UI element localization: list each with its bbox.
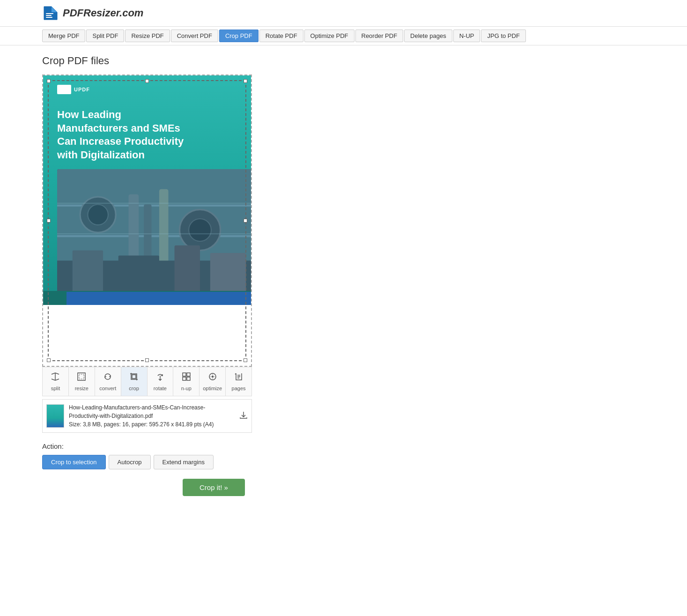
pdf-logo-bar: UPDF <box>57 85 237 94</box>
svg-rect-28 <box>187 377 190 380</box>
file-thumbnail <box>46 404 64 428</box>
svg-rect-19 <box>210 253 246 291</box>
pdf-machinery-image <box>57 169 251 291</box>
toolbar-optimize-label: optimize <box>203 386 222 391</box>
action-extend-margins[interactable]: Extend margins <box>154 455 214 469</box>
toolbar: split resize convert crop rotate <box>42 367 252 396</box>
svg-rect-7 <box>57 235 251 237</box>
nav-item-rotate[interactable]: Rotate PDF <box>259 30 303 42</box>
split-icon <box>51 372 60 384</box>
pdf-image-area <box>57 169 251 291</box>
file-details: How-Leading-Manufacturers-and-SMEs-Can-I… <box>69 403 235 429</box>
svg-rect-12 <box>129 194 139 266</box>
submit-crop-button[interactable]: Crop it! » <box>183 479 245 496</box>
toolbar-crop-label: crop <box>129 386 139 391</box>
toolbar-convert-label: convert <box>99 386 116 391</box>
svg-rect-26 <box>187 373 190 376</box>
svg-rect-21 <box>57 234 251 234</box>
nav-item-jpg2pdf[interactable]: JPG to PDF <box>481 30 525 42</box>
pdf-title: How Leading Manufacturers and SMEs Can I… <box>57 108 237 162</box>
file-download-icon[interactable] <box>239 411 248 421</box>
nav-item-nup[interactable]: N-UP <box>453 30 480 42</box>
toolbar-nup-label: n-up <box>181 386 192 391</box>
pdf-preview-container[interactable]: UPDF How Leading Manufacturers and SMEs … <box>42 74 252 367</box>
toolbar-pages[interactable]: pages <box>226 367 251 396</box>
toolbar-split[interactable]: split <box>43 367 69 396</box>
nav-bar: Merge PDF Split PDF Resize PDF Convert P… <box>0 27 687 45</box>
file-size: Size: 3,8 MB, pages: 16, paper: 595.276 … <box>69 420 235 429</box>
svg-rect-18 <box>175 245 200 291</box>
svg-rect-22 <box>78 373 85 380</box>
pdf-logo-label: UPDF <box>74 87 90 92</box>
nav-item-optimize[interactable]: Optimize PDF <box>304 30 355 42</box>
logo: PDFResizer.com <box>42 5 143 22</box>
toolbar-optimize[interactable]: optimize <box>199 367 226 396</box>
file-name: How-Leading-Manufacturers-and-SMEs-Can-I… <box>69 403 235 420</box>
nav-item-split[interactable]: Split PDF <box>86 30 124 42</box>
logo-icon <box>42 5 59 22</box>
pdf-top-section: UPDF How Leading Manufacturers and SMEs … <box>43 75 251 291</box>
file-info: How-Leading-Manufacturers-and-SMEs-Can-I… <box>42 399 252 433</box>
nup-icon <box>182 372 191 384</box>
action-label: Action: <box>42 442 276 450</box>
toolbar-split-label: split <box>51 386 60 391</box>
svg-rect-14 <box>159 189 169 271</box>
action-section: Action: Crop to selection Autocrop Exten… <box>42 442 276 496</box>
nav-item-delete[interactable]: Delete pages <box>404 30 452 42</box>
action-buttons: Crop to selection Autocrop Extend margin… <box>42 455 276 469</box>
svg-point-9 <box>88 205 108 225</box>
toolbar-rotate-label: rotate <box>154 386 167 391</box>
svg-rect-2 <box>46 13 53 14</box>
toolbar-convert[interactable]: convert <box>95 367 121 396</box>
svg-rect-27 <box>183 377 186 380</box>
toolbar-nup[interactable]: n-up <box>173 367 199 396</box>
action-autocrop[interactable]: Autocrop <box>109 455 151 469</box>
svg-point-11 <box>189 219 211 241</box>
svg-rect-16 <box>73 251 103 291</box>
svg-rect-20 <box>57 203 251 203</box>
optimize-icon <box>208 372 217 384</box>
nav-item-crop[interactable]: Crop PDF <box>219 30 259 42</box>
main-content: Crop PDF files UPDF How Leading Manufact… <box>0 45 562 505</box>
toolbar-resize-label: resize <box>75 386 89 391</box>
svg-rect-3 <box>46 15 52 16</box>
action-crop-to-selection[interactable]: Crop to selection <box>42 455 106 469</box>
convert-icon <box>103 372 112 384</box>
pdf-logo-icon <box>57 85 71 94</box>
toolbar-resize[interactable]: resize <box>69 367 95 396</box>
pages-icon <box>234 372 244 384</box>
header: PDFResizer.com <box>0 0 687 27</box>
svg-rect-4 <box>46 17 52 18</box>
logo-text: PDFResizer.com <box>63 7 143 19</box>
svg-rect-25 <box>183 373 186 376</box>
resize-icon <box>77 372 86 384</box>
page-title: Crop PDF files <box>42 55 520 67</box>
svg-rect-17 <box>118 255 159 291</box>
nav-item-convert[interactable]: Convert PDF <box>171 30 218 42</box>
nav-item-resize[interactable]: Resize PDF <box>125 30 170 42</box>
pdf-page: UPDF How Leading Manufacturers and SMEs … <box>43 75 251 366</box>
nav-item-merge[interactable]: Merge PDF <box>42 30 85 42</box>
svg-point-30 <box>212 376 214 378</box>
rotate-icon <box>155 372 165 384</box>
toolbar-rotate[interactable]: rotate <box>148 367 174 396</box>
nav-item-reorder[interactable]: Reorder PDF <box>355 30 404 42</box>
svg-rect-24 <box>132 375 136 379</box>
crop-icon <box>129 372 139 384</box>
toolbar-pages-label: pages <box>232 386 246 391</box>
svg-rect-23 <box>79 374 84 379</box>
toolbar-crop[interactable]: crop <box>121 367 148 396</box>
pdf-preview[interactable]: UPDF How Leading Manufacturers and SMEs … <box>43 75 251 366</box>
